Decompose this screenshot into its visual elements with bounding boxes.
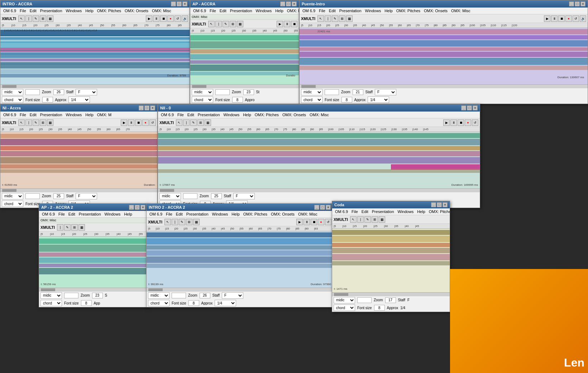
arrow-tool3[interactable]: ↖	[317, 15, 324, 22]
grid-tool[interactable]: ⊞	[40, 15, 46, 22]
record-btn[interactable]: ●	[167, 15, 174, 22]
speaker-btn[interactable]: 🔊	[182, 15, 188, 22]
grid2-tool5[interactable]: ▦	[205, 119, 211, 126]
pause-btn4[interactable]: ⏸	[128, 119, 134, 126]
staff-select3[interactable]: F	[375, 89, 396, 95]
maximize-btn7[interactable]: □	[320, 205, 325, 210]
hscrollbar-thumb4[interactable]	[2, 189, 16, 192]
play-btn[interactable]: ▶	[146, 15, 152, 22]
menu-om69[interactable]: OM 6.9	[2, 8, 18, 13]
minimize-btn5[interactable]: _	[461, 105, 466, 110]
fontsize-input1[interactable]: 8	[42, 97, 53, 103]
hscrollbar-thumb8[interactable]	[334, 293, 348, 296]
record-btn4[interactable]: ●	[142, 119, 149, 126]
pencil-tool7[interactable]: ✎	[179, 219, 185, 225]
approx-select3[interactable]: 1/4	[368, 96, 389, 103]
ctrl-field5[interactable]	[183, 193, 197, 199]
zoom-input3[interactable]: 21	[353, 89, 363, 95]
menu-omxo5[interactable]: OMX: Onsets	[281, 112, 307, 117]
hscrollbar[interactable]	[0, 84, 190, 88]
grid-tool8[interactable]: ⊞	[372, 216, 378, 223]
loop-btn4[interactable]: ↺	[149, 119, 156, 126]
minimize-btn[interactable]: _	[171, 1, 176, 6]
arrow-tool2[interactable]: ↖	[208, 21, 215, 27]
record-btn5[interactable]: ●	[465, 119, 471, 126]
menu-edit2[interactable]: Edit	[218, 8, 228, 13]
maximize-btn[interactable]: □	[177, 1, 182, 6]
score-area-ni[interactable]: t: 61500 ms Duration:	[0, 132, 157, 188]
close-btn4[interactable]: ×	[150, 105, 155, 110]
play-btn7[interactable]: ▶	[296, 219, 303, 225]
menu-omxm3[interactable]: OMX: Misc	[450, 8, 472, 13]
grid2-tool4[interactable]: ▦	[47, 119, 53, 126]
grid2-tool8[interactable]: ▦	[379, 216, 385, 223]
menu-win8[interactable]: Windows	[396, 209, 415, 214]
play-btn3[interactable]: ▶	[544, 15, 550, 22]
arrow-tool8[interactable]: ↖	[350, 216, 357, 223]
zoom-input8[interactable]: 17	[385, 297, 396, 303]
menu-omxo7[interactable]: OMX: Onsets	[269, 212, 296, 217]
pause-btn2[interactable]: ⏸	[284, 21, 290, 27]
menu-om8[interactable]: OM 6.9	[334, 209, 349, 214]
score-area-nii[interactable]: t: 17667 ms Duration: 169995 ms	[158, 132, 480, 188]
zoom-input6[interactable]: 23	[92, 293, 103, 298]
zoom-input1[interactable]: 26	[53, 89, 64, 95]
cursor-tool2[interactable]: |	[215, 21, 222, 27]
menu-win3[interactable]: Windows	[364, 8, 383, 13]
ctrl-select-midic6[interactable]: midic	[40, 292, 62, 299]
pencil-tool3[interactable]: ✎	[332, 15, 338, 22]
ctrl-field2[interactable]	[215, 89, 230, 95]
close-btn3[interactable]: ×	[580, 1, 585, 6]
stop-btn4[interactable]: ⏹	[135, 119, 142, 126]
ctrl-field8[interactable]	[357, 297, 372, 303]
menu-presentation[interactable]: Presentation	[39, 8, 64, 13]
stop-btn[interactable]: ⏹	[160, 15, 167, 22]
pencil-tool6[interactable]: ✎	[64, 224, 71, 231]
menu-win4[interactable]: Windows	[64, 112, 83, 117]
ctrl-select-chord1[interactable]: chord	[2, 96, 23, 103]
maximize-btn4[interactable]: □	[144, 105, 149, 110]
menu-pres3[interactable]: Presentation	[338, 8, 363, 13]
grid-tool6[interactable]: ⊞	[71, 224, 78, 231]
zoom-input5[interactable]: 25	[211, 193, 222, 199]
zoom-input7[interactable]: 26	[200, 293, 210, 298]
menu-win2[interactable]: Windows	[254, 8, 273, 13]
score-area-coda[interactable]: t: 1471 ms	[332, 229, 450, 292]
maximize-btn2[interactable]: □	[286, 1, 291, 6]
menu-pres7[interactable]: Presentation	[185, 212, 210, 217]
close-btn7[interactable]: ×	[326, 205, 331, 210]
menu-omxp5[interactable]: OMX: Pitches	[253, 112, 280, 117]
menu-edit6[interactable]: Edit	[67, 212, 77, 217]
menu-help4[interactable]: Help	[84, 112, 95, 117]
stop-btn3[interactable]: ⏹	[558, 15, 565, 22]
pencil-tool5[interactable]: ✎	[190, 119, 197, 126]
menu-help2[interactable]: Help	[274, 8, 285, 13]
loop-btn3[interactable]: ↺	[573, 15, 579, 22]
menu-omxo3[interactable]: OMX: Onsets	[422, 8, 449, 13]
menu-help5[interactable]: Help	[242, 112, 253, 117]
staff-select4[interactable]: F	[76, 193, 97, 199]
menu-om4[interactable]: OM 6.9	[2, 112, 18, 117]
menu-win7[interactable]: Windows	[211, 212, 230, 217]
hscrollbar-thumb6[interactable]	[41, 288, 55, 291]
maximize-btn6[interactable]: □	[135, 205, 140, 210]
cursor-tool7[interactable]: |	[172, 219, 178, 225]
menu-omxp3[interactable]: OMX: Pitches	[395, 8, 422, 13]
grid2-tool6[interactable]: ▦	[78, 224, 85, 231]
menu-win5[interactable]: Windows	[222, 112, 241, 117]
ctrl-select-chord2[interactable]: chord	[192, 96, 213, 103]
menu-omx-pitches[interactable]: OMX: Pitches	[96, 8, 123, 13]
hscrollbar2[interactable]	[190, 84, 299, 88]
menu-omxp2[interactable]: OMX: Pitc	[286, 8, 299, 13]
menu-pres6[interactable]: Presentation	[77, 212, 102, 217]
menu-edit4[interactable]: Edit	[28, 112, 38, 117]
fontsize-input7[interactable]	[188, 300, 199, 306]
grid-tool2[interactable]: ⊞	[230, 21, 236, 27]
zoom-input2[interactable]: 23	[243, 89, 254, 95]
menu-file2[interactable]: File	[208, 8, 217, 13]
score-area-intro-accra[interactable]: ♩♪♫♬♩♪♫♬♩♪♫♬♩♪♫♬♩♪♫♬♩♪♫♬♩♪♫♬♩♪♫♬♩♪♫♬♩♪♫♬…	[0, 28, 190, 84]
score-area-puente[interactable]: 22421 ms Duration: 130607 ms	[300, 28, 588, 84]
fontsize-input3[interactable]: 8	[341, 97, 352, 103]
arrow-tool7[interactable]: ↖	[164, 219, 171, 225]
record-btn7[interactable]: ●	[318, 219, 324, 225]
